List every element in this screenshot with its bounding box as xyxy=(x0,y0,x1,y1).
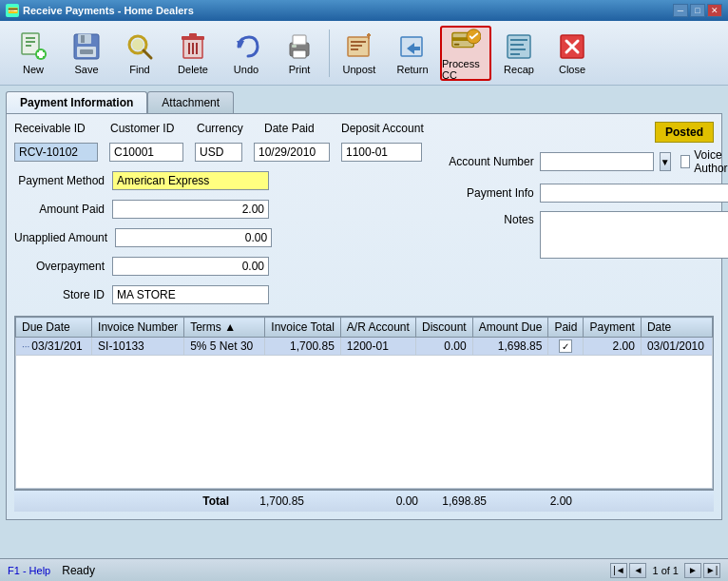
expand-btn[interactable]: ··· xyxy=(22,341,29,352)
svg-rect-35 xyxy=(454,43,460,45)
delete-button[interactable]: Delete xyxy=(167,26,219,81)
save-icon xyxy=(71,31,102,62)
find-button[interactable]: Find xyxy=(114,26,165,81)
date-paid-input[interactable] xyxy=(254,143,330,162)
recap-icon xyxy=(504,31,534,62)
process-cc-button[interactable]: Process CC xyxy=(440,26,491,81)
svg-rect-39 xyxy=(510,44,524,46)
voice-auth-checkbox[interactable] xyxy=(680,155,691,168)
col-invoice-number[interactable]: Invoice Number xyxy=(92,318,184,338)
paid-checkbox[interactable]: ✓ xyxy=(559,339,572,353)
status-bar: F1 - Help Ready |◄ ◄ 1 of 1 ► ►| xyxy=(0,558,728,581)
cell-paid[interactable]: ✓ xyxy=(548,338,584,356)
col-due-date[interactable]: Due Date xyxy=(16,318,92,338)
new-label: New xyxy=(23,64,44,75)
col-invoice-total[interactable]: Invoice Total xyxy=(265,318,341,338)
recap-label: Recap xyxy=(504,64,534,75)
store-id-input[interactable] xyxy=(112,285,269,304)
svg-rect-1 xyxy=(26,37,35,39)
cell-payment: 2.00 xyxy=(584,338,641,356)
payment-method-label: Payment Method xyxy=(14,174,105,187)
return-icon xyxy=(397,31,428,62)
payment-info-input[interactable] xyxy=(540,184,728,203)
receivable-id-input[interactable] xyxy=(14,143,98,162)
cell-amount-due: 1,698.85 xyxy=(472,338,548,356)
unpost-button[interactable]: Unpost xyxy=(334,26,385,81)
nav-next-button[interactable]: ► xyxy=(684,563,701,578)
close-button[interactable]: Close xyxy=(546,26,598,81)
col-paid[interactable]: Paid xyxy=(548,318,584,338)
col-date[interactable]: Date xyxy=(641,318,712,338)
total-invoice: 1,700.85 xyxy=(233,494,304,508)
customer-id-input[interactable] xyxy=(109,143,183,162)
data-table-container: Due Date Invoice Number Terms ▲ Invoice … xyxy=(14,316,714,490)
svg-rect-17 xyxy=(189,33,197,37)
maximize-button[interactable]: □ xyxy=(690,4,705,17)
table-row[interactable]: ···03/31/201 SI-10133 5% 5 Net 30 1,700.… xyxy=(16,338,713,356)
processcc-icon xyxy=(450,26,481,56)
window-title: Receive Payments - Home Dealers xyxy=(23,5,194,16)
currency-label: Currency xyxy=(197,122,249,135)
svg-rect-9 xyxy=(81,35,85,43)
col-payment[interactable]: Payment xyxy=(584,318,641,338)
account-number-label: Account Number xyxy=(439,155,534,168)
undo-icon xyxy=(231,31,261,62)
currency-input[interactable] xyxy=(195,143,242,162)
processcc-label: Process CC xyxy=(442,58,489,81)
toolbar-separator xyxy=(329,29,330,77)
svg-rect-40 xyxy=(510,48,526,50)
col-terms[interactable]: Terms ▲ xyxy=(184,318,265,338)
window-close-button[interactable]: ✕ xyxy=(707,4,722,17)
svg-rect-6 xyxy=(37,52,45,56)
find-icon xyxy=(125,31,155,62)
col-ar-account[interactable]: A/R Account xyxy=(340,318,415,338)
cell-invoice-number: SI-10133 xyxy=(92,338,184,356)
recap-button[interactable]: Recap xyxy=(493,26,545,81)
tab-payment-info[interactable]: Payment Information xyxy=(6,91,147,113)
nav-controls: |◄ ◄ 1 of 1 ► ►| xyxy=(610,563,720,578)
nav-prev-button[interactable]: ◄ xyxy=(629,563,646,578)
nav-first-button[interactable]: |◄ xyxy=(610,563,627,578)
total-discount: 0.00 xyxy=(366,494,418,508)
deposit-account-label: Deposit Account xyxy=(341,122,424,135)
return-button[interactable]: Return xyxy=(387,26,438,81)
cell-ar-account: 1200-01 xyxy=(340,338,415,356)
svg-rect-25 xyxy=(292,45,297,48)
form-panel: Posted Receivable ID Customer ID Currenc… xyxy=(6,113,722,520)
svg-rect-29 xyxy=(351,48,358,50)
unpost-icon xyxy=(344,31,374,62)
nav-last-button[interactable]: ►| xyxy=(703,563,720,578)
deposit-account-input[interactable] xyxy=(341,143,422,162)
tab-attachment[interactable]: Attachment xyxy=(147,91,234,113)
minimize-button[interactable]: ─ xyxy=(673,4,688,17)
svg-rect-41 xyxy=(510,53,520,55)
svg-rect-2 xyxy=(26,41,35,43)
unapplied-amount-input[interactable] xyxy=(115,228,272,247)
overpayment-label: Overpayment xyxy=(14,260,105,273)
status-text: Ready xyxy=(62,564,95,577)
posted-badge: Posted xyxy=(655,122,714,143)
print-button[interactable]: Print xyxy=(274,26,325,81)
receivable-id-label: Receivable ID xyxy=(14,122,95,135)
print-icon xyxy=(284,31,315,62)
notes-textarea[interactable] xyxy=(540,211,728,259)
payment-method-input[interactable] xyxy=(112,171,269,190)
date-paid-label: Date Paid xyxy=(264,122,326,135)
svg-rect-23 xyxy=(293,50,306,58)
svg-rect-38 xyxy=(510,39,527,41)
tab-bar: Payment Information Attachment xyxy=(6,91,722,113)
account-number-dropdown[interactable]: ▼ xyxy=(660,152,671,171)
undo-button[interactable]: Undo xyxy=(220,26,272,81)
save-button[interactable]: Save xyxy=(61,26,112,81)
new-button[interactable]: New xyxy=(8,26,59,81)
overpayment-input[interactable] xyxy=(112,257,269,276)
svg-rect-27 xyxy=(351,41,366,43)
col-discount[interactable]: Discount xyxy=(415,318,472,338)
print-label: Print xyxy=(289,64,311,75)
amount-paid-input[interactable] xyxy=(112,200,269,219)
main-area: Payment Information Attachment Posted Re… xyxy=(0,86,728,558)
title-bar: 💳 Receive Payments - Home Dealers ─ □ ✕ xyxy=(0,0,728,21)
col-amount-due[interactable]: Amount Due xyxy=(472,318,548,338)
account-number-input[interactable] xyxy=(540,152,654,171)
svg-rect-3 xyxy=(26,45,31,47)
